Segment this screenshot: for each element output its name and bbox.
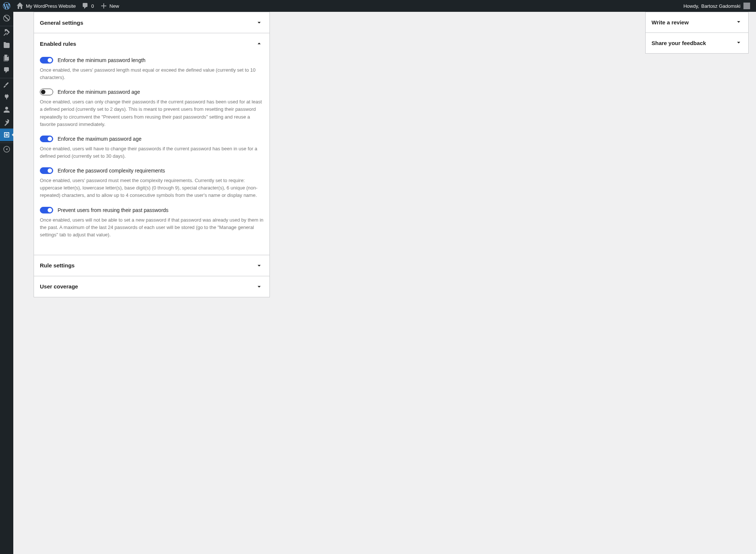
rule-label: Enforce the minimum password length: [58, 57, 145, 63]
menu-dashboard[interactable]: [0, 12, 13, 24]
chevron-down-icon: [255, 18, 264, 27]
chevron-down-icon: [735, 18, 742, 27]
panel-title: User coverage: [40, 283, 78, 290]
panel-header-rule-settings[interactable]: Rule settings: [34, 255, 269, 276]
menu-settings[interactable]: [0, 129, 13, 141]
rule-label: Enforce the password complexity requirem…: [58, 168, 165, 174]
panel-header-general-settings[interactable]: General settings: [34, 12, 269, 33]
panel-user-coverage: User coverage: [34, 276, 270, 297]
chevron-down-icon: [255, 261, 264, 270]
panel-enabled-rules: Enabled rules Enforce the minimum passwo…: [34, 33, 270, 255]
menu-plugins[interactable]: [0, 91, 13, 103]
comments-link[interactable]: 0: [79, 0, 97, 12]
menu-media[interactable]: [0, 39, 13, 51]
chevron-down-icon: [735, 39, 742, 47]
menu-comments[interactable]: [0, 64, 13, 76]
new-content-link[interactable]: New: [97, 0, 122, 12]
rule-description: Once enabled, the users' password length…: [40, 66, 264, 81]
user-name: Bartosz Gadomski: [701, 3, 740, 9]
panel-title: Write a review: [652, 19, 689, 25]
side-panel-write-review: Write a review: [645, 12, 749, 33]
site-home-link[interactable]: My WordPress Website: [13, 0, 79, 12]
wp-logo[interactable]: [0, 0, 13, 12]
new-label: New: [110, 3, 119, 9]
comments-count: 0: [91, 3, 94, 9]
rule-label: Enforce the minimum password age: [58, 89, 140, 95]
panel-title: General settings: [40, 20, 83, 26]
panel-title: Share your feedback: [652, 40, 706, 46]
rule-description: Once enabled, users will not be able to …: [40, 216, 264, 239]
side-panel-share-feedback: Share your feedback: [645, 33, 749, 54]
panel-header-enabled-rules[interactable]: Enabled rules: [34, 33, 269, 54]
side-panel-header-write-review[interactable]: Write a review: [646, 12, 748, 33]
rule-label: Enforce the maximum password age: [58, 136, 141, 142]
panel-rule-settings: Rule settings: [34, 255, 270, 276]
admin-bar: My WordPress Website 0 New Howdy, Bartos…: [0, 0, 756, 12]
menu-posts[interactable]: [0, 26, 13, 39]
avatar: [743, 3, 750, 9]
site-title: My WordPress Website: [26, 3, 76, 9]
menu-appearance[interactable]: [0, 78, 13, 91]
rule-description: Once enabled, users can only change thei…: [40, 98, 264, 128]
rule-label: Prevent users from reusing their past pa…: [58, 207, 168, 213]
panel-title: Rule settings: [40, 262, 75, 269]
panel-title: Enabled rules: [40, 41, 76, 47]
side-panel-header-share-feedback[interactable]: Share your feedback: [646, 33, 748, 53]
rule-toggle-4[interactable]: [40, 207, 53, 213]
panel-general-settings: General settings: [34, 12, 270, 33]
panel-header-user-coverage[interactable]: User coverage: [34, 276, 269, 297]
rule-toggle-2[interactable]: [40, 136, 53, 142]
menu-pages[interactable]: [0, 51, 13, 64]
rule-toggle-1[interactable]: [40, 89, 53, 95]
howdy-prefix: Howdy,: [683, 3, 699, 9]
user-account-link[interactable]: Howdy, Bartosz Gadomski: [678, 0, 753, 12]
chevron-up-icon: [255, 39, 264, 48]
menu-users[interactable]: [0, 103, 13, 116]
chevron-down-icon: [255, 282, 264, 291]
side-menu: [0, 12, 13, 554]
rule-description: Once enabled, users' password must meet …: [40, 177, 264, 199]
menu-collapse[interactable]: [0, 143, 13, 155]
rule-toggle-3[interactable]: [40, 167, 53, 174]
rule-toggle-0[interactable]: [40, 57, 53, 64]
menu-tools[interactable]: [0, 116, 13, 129]
rule-description: Once enabled, users will have to change …: [40, 145, 264, 160]
